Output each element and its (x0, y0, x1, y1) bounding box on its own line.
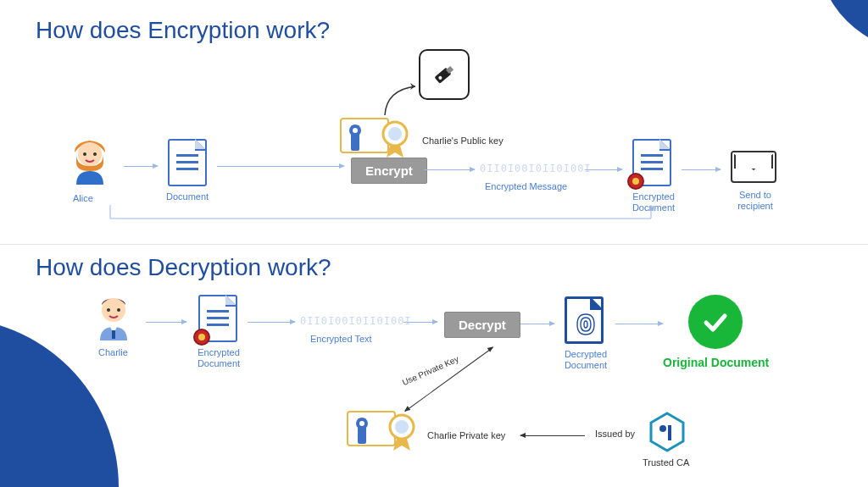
svg-rect-16 (348, 412, 395, 445)
charlie-avatar-icon (90, 293, 137, 340)
encrypt-action-box: Encrypt (351, 158, 427, 184)
private-key-badge-icon (346, 407, 427, 457)
arrow-issued-by (520, 435, 585, 436)
svg-marker-22 (651, 413, 683, 451)
arrow-to-original (615, 324, 663, 324)
arrow-binary-to-encdoc (585, 169, 622, 170)
use-private-key-label: Use Private Key (401, 354, 460, 387)
svg-point-14 (117, 308, 120, 312)
svg-point-2 (93, 152, 97, 156)
dec-encrypted-document-icon (198, 295, 237, 342)
arrow-encrypt-to-binary (424, 169, 475, 170)
arrow-alice-to-doc (124, 166, 158, 167)
encrypted-binary: 0II0I00I0II0I00I (480, 163, 592, 174)
send-to-recipient-label: Send to recipient (727, 190, 783, 212)
arrow-alice-sends (108, 203, 659, 235)
svg-rect-24 (668, 425, 671, 440)
svg-point-6 (353, 128, 358, 133)
trusted-ca-label: Trusted CA (643, 457, 689, 468)
trusted-ca-icon (649, 412, 685, 452)
encrypted-text-label: Encrypted Text (310, 334, 372, 345)
envelope-icon (731, 151, 776, 183)
dec-encrypted-document-label: Encrypted Document (188, 347, 249, 369)
section-divider (0, 244, 868, 245)
alice-label: Alice (73, 193, 93, 204)
decrypted-document-label: Decrypted Document (553, 349, 619, 371)
charlie-public-key-label: Charlie's Public key (422, 136, 504, 146)
corner-decor-top-right (817, 0, 868, 51)
document-icon (168, 139, 207, 186)
svg-point-1 (83, 152, 86, 156)
arrow-to-envelope (682, 169, 721, 170)
decryption-title: How does Decryption work? (36, 254, 331, 281)
document-label: Document (166, 191, 209, 202)
encrypted-document-icon (632, 139, 671, 186)
arrow-charlie-to-encdoc (146, 322, 186, 323)
svg-rect-3 (341, 119, 388, 152)
encrypted-message-label: Encrypted Message (485, 181, 567, 192)
svg-point-8 (388, 127, 402, 141)
svg-point-13 (107, 308, 110, 312)
original-document-label: Original Document (663, 356, 769, 369)
arrow-encdoc-to-binary (248, 322, 295, 323)
decrypted-document-icon (565, 296, 604, 344)
svg-point-19 (359, 421, 364, 426)
arrow-binary-to-decrypt (403, 322, 437, 323)
svg-point-21 (395, 420, 409, 434)
wax-seal-icon-2 (193, 329, 210, 346)
corner-decor-bottom-left (0, 318, 119, 487)
charlie-label: Charlie (98, 347, 128, 358)
issued-by-label: Issued by (595, 429, 635, 439)
alice-avatar-icon (66, 137, 114, 185)
arrow-decrypt-to-decdoc (520, 324, 554, 324)
svg-point-23 (659, 425, 666, 432)
curved-arrow-to-usb (381, 81, 424, 122)
svg-rect-15 (112, 330, 115, 339)
encryption-title: How does Encryption work? (36, 17, 330, 44)
check-success-icon (688, 295, 743, 349)
arrow-doc-to-encrypt (217, 166, 344, 167)
usb-storage-icon (419, 49, 470, 100)
charlie-private-key-label: Charlie Private key (427, 430, 505, 440)
decrypt-action-box: Decrypt (444, 312, 520, 338)
encrypted-text-binary: 0II0I00I0II0I00I (300, 315, 412, 327)
wax-seal-icon (627, 173, 644, 190)
